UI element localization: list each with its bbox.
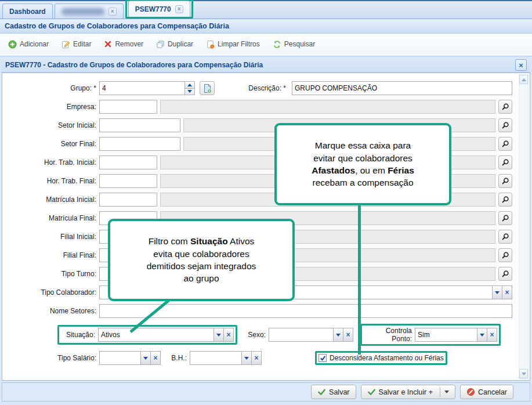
new-document-icon — [202, 84, 212, 93]
matricula-final-lookup-button[interactable] — [498, 211, 512, 225]
scroll-up-button[interactable] — [519, 75, 528, 84]
tab-close-icon[interactable]: × — [175, 5, 183, 13]
form-scrollbar[interactable] — [519, 74, 529, 379]
checkbox-note-callout: Marque essa caixa paraevitar que colabor… — [274, 123, 451, 205]
window-close-button[interactable]: × — [515, 59, 527, 71]
clear-field-button[interactable]: × — [487, 328, 497, 342]
hor-trab-final-lookup-button[interactable] — [498, 174, 512, 188]
spinner-up-button[interactable] — [185, 81, 195, 89]
chevron-down-icon — [216, 334, 221, 337]
empresa-code-input[interactable] — [99, 100, 157, 114]
matricula-inicial-code-input[interactable] — [99, 193, 157, 207]
magnifier-icon — [501, 121, 509, 129]
setor-final-lookup-button[interactable] — [498, 137, 512, 151]
situacao-label: Situação: — [61, 331, 98, 339]
hor-trab-inicial-code-input[interactable] — [99, 156, 157, 169]
controla-ponto-highlight-annotation: Controla Ponto: × — [360, 324, 501, 346]
adicionar-label: Adicionar — [20, 40, 49, 48]
tab-psew7770[interactable]: PSEW7770 × — [128, 1, 190, 17]
situacao-highlight-annotation: Situação: × — [57, 325, 237, 345]
sexo-combo: × — [269, 328, 353, 342]
magnifier-icon — [501, 196, 509, 204]
chevron-down-icon — [444, 390, 449, 393]
chevron-up-icon — [522, 78, 526, 81]
magnifier-icon — [501, 214, 509, 222]
checkbox-highlight-annotation: Desconsidera Afastamento ou Férias — [315, 351, 447, 365]
tipo-salario-input[interactable] — [99, 351, 141, 365]
remover-button[interactable]: Remover — [98, 37, 149, 52]
check-icon — [367, 388, 376, 396]
setor-inicial-code-input[interactable] — [99, 118, 180, 132]
hor-trab-inicial-lookup-button[interactable] — [498, 156, 512, 169]
module-title: Cadastro de Grupos de Colaboradores para… — [5, 22, 229, 30]
grupo-input[interactable] — [99, 81, 185, 95]
setor-final-code-input[interactable] — [99, 137, 180, 151]
controla-ponto-input[interactable] — [415, 328, 477, 342]
matricula-final-label: Matrícula Final: — [9, 214, 99, 222]
pesquisar-button[interactable]: Pesquisar — [267, 37, 321, 52]
situacao-note-callout: Filtro com Situação Ativosevita que cola… — [108, 219, 295, 301]
adicionar-button[interactable]: Adicionar — [2, 37, 55, 52]
salvar-button[interactable]: Salvar — [311, 385, 356, 399]
matricula-inicial-lookup-button[interactable] — [498, 193, 512, 207]
duplicate-icon — [156, 40, 165, 49]
dropdown-trigger-button[interactable] — [492, 285, 502, 299]
bh-input[interactable] — [190, 351, 242, 365]
tipo-salario-label: Tipo Salário: — [9, 354, 99, 362]
setor-inicial-lookup-button[interactable] — [498, 118, 512, 132]
limpar-filtros-label: Limpar Filtros — [218, 40, 260, 48]
matricula-inicial-label: Matrícula Inicial: — [9, 196, 99, 204]
tab-strip: Dashboard × PSEW7770 × — [0, 0, 532, 19]
scroll-down-button[interactable] — [519, 369, 528, 378]
descricao-input[interactable] — [292, 81, 512, 95]
clear-field-button[interactable]: × — [150, 351, 161, 365]
dropdown-trigger-button[interactable] — [241, 351, 252, 365]
filial-inicial-lookup-button[interactable] — [498, 230, 512, 244]
magnifier-icon — [501, 177, 509, 185]
tipo-turno-lookup-button[interactable] — [498, 267, 512, 281]
dropdown-trigger-button[interactable] — [333, 328, 343, 342]
salvar-incluir-button[interactable]: Salvar e Incluir + — [361, 385, 455, 399]
filial-final-lookup-button[interactable] — [498, 248, 512, 262]
dropdown-trigger-button[interactable] — [140, 351, 151, 365]
module-title-bar: Cadastro de Grupos de Colaboradores para… — [0, 19, 532, 34]
empresa-lookup-button[interactable] — [498, 100, 512, 114]
chevron-down-icon — [143, 357, 148, 360]
hor-trab-final-code-input[interactable] — [99, 174, 157, 188]
sexo-input[interactable] — [269, 328, 334, 342]
hor-trab-final-label: Hor. Trab. Final: — [9, 177, 99, 185]
nome-setores-input[interactable] — [99, 304, 512, 318]
cancelar-button[interactable]: Cancelar — [460, 385, 513, 399]
chevron-down-icon — [480, 334, 484, 337]
desconsidera-checkbox[interactable] — [319, 354, 327, 362]
new-record-button[interactable] — [200, 81, 215, 95]
tab-dashboard[interactable]: Dashboard — [2, 3, 53, 19]
clear-field-button[interactable]: × — [223, 328, 234, 342]
grupo-spinner-field — [99, 81, 195, 95]
chevron-down-icon — [336, 334, 341, 337]
remove-icon — [104, 40, 112, 48]
empresa-label: Empresa: — [9, 103, 99, 111]
bh-combo: × — [190, 351, 262, 365]
desconsidera-checkbox-label: Desconsidera Afastamento ou Férias — [330, 354, 444, 362]
dropdown-trigger-button[interactable] — [213, 328, 224, 342]
form-row-empresa: Empresa: — [9, 100, 512, 114]
magnifier-icon — [501, 251, 509, 259]
magnifier-icon — [501, 140, 509, 148]
sexo-label: Sexo: — [244, 331, 269, 339]
situacao-input[interactable] — [98, 328, 214, 342]
tab-close-icon[interactable]: × — [108, 8, 117, 16]
dropdown-trigger-button[interactable] — [477, 328, 487, 342]
duplicar-button[interactable]: Duplicar — [150, 37, 199, 52]
filial-final-label: Filial Final: — [9, 251, 99, 259]
nome-setores-label: Nome Setores: — [9, 307, 99, 315]
tab-dashboard-label: Dashboard — [9, 8, 46, 16]
clear-field-button[interactable]: × — [502, 285, 512, 299]
clear-field-button[interactable]: × — [343, 328, 353, 342]
editar-button[interactable]: Editar — [56, 37, 97, 52]
clear-field-button[interactable]: × — [251, 351, 262, 365]
salvar-incluir-menu-button[interactable] — [440, 387, 449, 397]
limpar-filtros-button[interactable]: Limpar Filtros — [200, 37, 266, 52]
tab-redacted[interactable]: × — [55, 3, 124, 19]
spinner-down-button[interactable] — [185, 89, 195, 96]
